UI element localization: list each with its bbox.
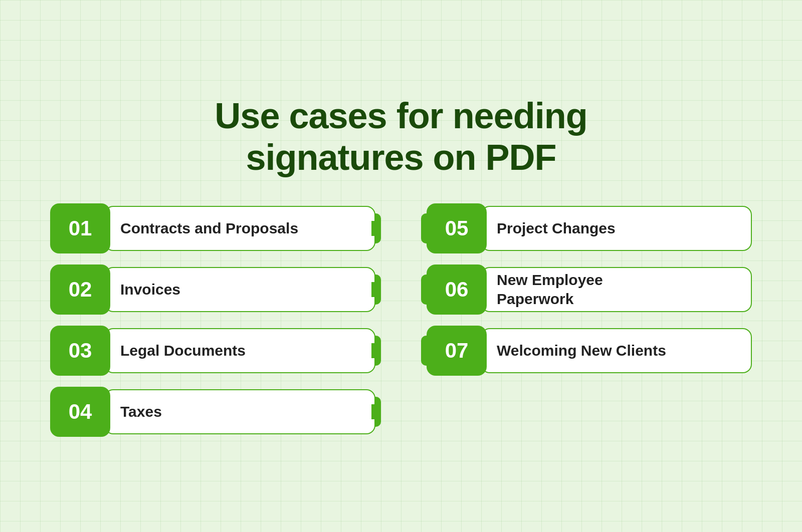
number-badge-04: 04 xyxy=(50,387,110,437)
tab-left-06 xyxy=(421,275,428,305)
label-text-04: Taxes xyxy=(120,402,162,421)
title-line-2: signatures on PDF xyxy=(246,137,556,177)
tab-left-05 xyxy=(421,213,428,243)
label-text-03: Legal Documents xyxy=(120,341,246,360)
number-badge-02: 02 xyxy=(50,264,110,315)
list-item-right-3 xyxy=(421,387,752,437)
label-text-06: New EmployeePaperwork xyxy=(497,271,603,308)
label-box-01: Contracts and Proposals xyxy=(104,206,375,251)
number-badge-05: 05 xyxy=(427,203,487,253)
main-container: Use cases for needing signatures on PDF … xyxy=(50,95,752,437)
label-text-01: Contracts and Proposals xyxy=(120,219,298,238)
label-box-04: Taxes xyxy=(104,389,375,434)
page-title: Use cases for needing signatures on PDF xyxy=(215,95,587,178)
label-box-07: Welcoming New Clients xyxy=(481,328,752,373)
number-badge-07: 07 xyxy=(427,326,487,376)
list-item-right-0: 05 Project Changes xyxy=(421,203,752,253)
number-badge-01: 01 xyxy=(50,203,110,253)
number-text-01: 01 xyxy=(69,216,92,240)
list-item-left-2: 03 Legal Documents xyxy=(50,326,381,376)
number-text-07: 07 xyxy=(445,339,469,363)
number-text-06: 06 xyxy=(445,278,469,302)
number-text-02: 02 xyxy=(69,278,92,302)
number-text-04: 04 xyxy=(69,400,92,424)
list-item-left-0: 01 Contracts and Proposals xyxy=(50,203,381,253)
list-item-left-3: 04 Taxes xyxy=(50,387,381,437)
list-item-right-2: 07 Welcoming New Clients xyxy=(421,326,752,376)
list-item-right-1: 06 New EmployeePaperwork xyxy=(421,264,752,315)
label-box-06: New EmployeePaperwork xyxy=(481,267,752,312)
label-text-02: Invoices xyxy=(120,280,180,299)
items-grid: 01 Contracts and Proposals 05 Project Ch… xyxy=(50,203,752,437)
number-text-03: 03 xyxy=(69,339,92,363)
tab-left-07 xyxy=(421,336,428,366)
label-text-05: Project Changes xyxy=(497,219,616,238)
label-text-07: Welcoming New Clients xyxy=(497,341,666,360)
label-box-03: Legal Documents xyxy=(104,328,375,373)
label-box-05: Project Changes xyxy=(481,206,752,251)
number-badge-06: 06 xyxy=(427,264,487,315)
number-badge-03: 03 xyxy=(50,326,110,376)
number-text-05: 05 xyxy=(445,216,469,240)
list-item-left-1: 02 Invoices xyxy=(50,264,381,315)
label-box-02: Invoices xyxy=(104,267,375,312)
title-line-1: Use cases for needing xyxy=(215,96,587,136)
